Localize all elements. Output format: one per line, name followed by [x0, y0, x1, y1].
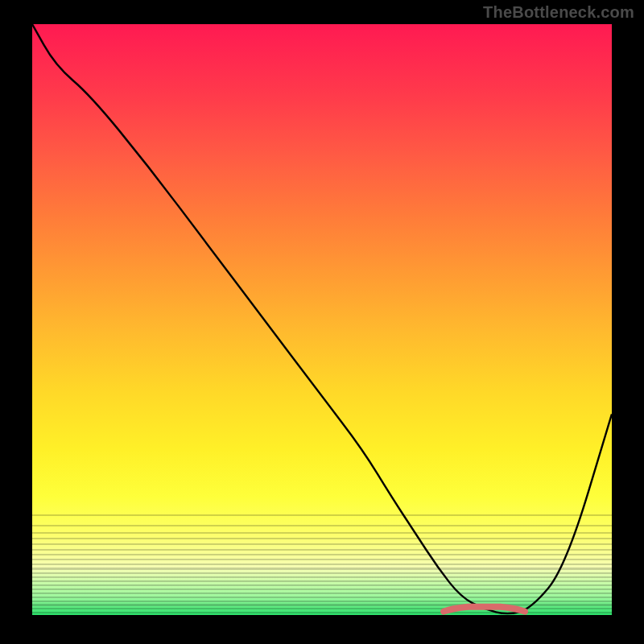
plot-area [32, 24, 612, 615]
watermark-text: TheBottleneck.com [483, 3, 634, 22]
chart-frame: TheBottleneck.com [0, 0, 644, 644]
valley-accent [32, 24, 612, 615]
